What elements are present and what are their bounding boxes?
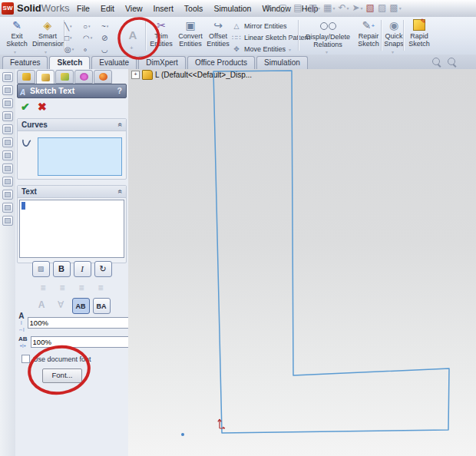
cancel-button[interactable]: ✖	[38, 101, 47, 113]
linear-pattern-caret-icon[interactable]: ▾	[289, 35, 291, 41]
view-toolbar-icon[interactable]	[2, 150, 13, 160]
view-toolbar-icon[interactable]	[2, 85, 13, 95]
menu-simulation[interactable]: Simulation	[213, 4, 251, 13]
point-plus-icon[interactable]: +	[130, 45, 134, 51]
new-document-icon[interactable]: ▢▾	[279, 2, 290, 13]
fillet-tool-icon[interactable]: ◡	[101, 44, 120, 55]
view-toolbar-icon[interactable]	[2, 72, 13, 82]
italic-button[interactable]: I	[74, 261, 91, 277]
save-icon[interactable]: ▥▾	[309, 2, 320, 13]
exit-sketch-caret-icon[interactable]: ▾	[14, 49, 16, 55]
sketch-text-tool-icon[interactable]: A	[124, 26, 142, 45]
view-toolbar-icon[interactable]	[2, 164, 13, 173]
display-manager-tab[interactable]	[94, 70, 112, 84]
offset-entities-icon: ↪	[206, 19, 230, 32]
align-center-icon[interactable]: ≡	[55, 281, 71, 295]
view-toolbar-icon[interactable]	[2, 190, 13, 200]
quick-access-toolbar: ▢▾ ▤▾ ▥▾ ▦▾ ↶▾ ➤▾ ▧ ▨ ▩▾	[279, 2, 402, 13]
tab-sketch[interactable]: Sketch	[49, 56, 90, 69]
rectangle-tool-icon[interactable]: □▾	[64, 32, 83, 44]
ok-button[interactable]: ✔	[21, 101, 30, 113]
zoom-in-icon[interactable]	[432, 58, 440, 65]
line-tool-icon[interactable]: ╲▾	[64, 21, 83, 32]
font-button[interactable]: Font...	[42, 368, 82, 383]
print-icon[interactable]: ▦▾	[323, 2, 335, 13]
view-toolbar-icon[interactable]	[2, 124, 13, 134]
feature-manager-tab[interactable]	[17, 70, 35, 84]
tab-evaluate[interactable]: Evaluate	[91, 56, 137, 69]
options-icon[interactable]: ▨	[378, 2, 386, 13]
property-manager-panel: A Sketch Text ? ✔ ✖ Curves « Text «	[15, 69, 130, 456]
point-tool-icon[interactable]: ∘	[83, 44, 101, 55]
view-toolbar-icon[interactable]	[2, 111, 13, 121]
menu-insert[interactable]: Insert	[154, 4, 174, 13]
rotate-text-button[interactable]: ↻	[94, 261, 112, 277]
convert-entities-button[interactable]: ▣ Convert Entities	[175, 19, 206, 48]
curve-selection-icon	[21, 137, 33, 150]
sketch-canvas[interactable]	[128, 69, 476, 456]
menu-tools[interactable]: Tools	[184, 4, 203, 13]
use-document-font-checkbox[interactable]	[21, 355, 30, 363]
open-icon[interactable]: ▤▾	[293, 2, 305, 13]
relations-caret-icon[interactable]: ▾	[326, 49, 328, 55]
exit-sketch-button[interactable]: ✎ Exit Sketch	[3, 19, 31, 48]
select-icon[interactable]: ➤▾	[352, 2, 363, 13]
bold-button[interactable]: B	[53, 261, 71, 277]
quick-snaps-button[interactable]: ◉ Quick Snaps	[383, 19, 405, 48]
display-delete-relations-button[interactable]: Display/Delete Relations	[301, 19, 355, 48]
zoom-box-icon[interactable]	[448, 58, 455, 65]
view-toolbar-icon[interactable]	[2, 177, 13, 187]
smart-dimension-button[interactable]: ◈ Smart Dimension	[32, 19, 63, 48]
tab-dimxpert[interactable]: DimXpert	[138, 56, 186, 69]
offset-entities-button[interactable]: ↪ Offset Entities	[206, 19, 230, 48]
collapse-chevron-icon[interactable]: «	[115, 190, 127, 194]
slot-tool-icon[interactable]: ◎▾	[64, 44, 83, 55]
link-to-property-button[interactable]: ▨	[32, 261, 50, 277]
dimxpert-manager-tab[interactable]	[74, 70, 93, 84]
solidworks-logo-icon: SW	[2, 2, 14, 15]
view-toolbar-icon[interactable]	[2, 137, 13, 147]
text-group-header[interactable]: Text «	[18, 186, 126, 198]
menu-edit[interactable]: Edit	[101, 4, 114, 13]
rapid-sketch-button[interactable]: ✎ Rapid Sketch	[405, 19, 433, 48]
view-toolbar-icon[interactable]	[2, 203, 13, 213]
tab-office-products[interactable]: Office Products	[187, 56, 255, 69]
smart-dimension-caret-icon[interactable]: ▾	[45, 49, 47, 55]
configuration-manager-tab[interactable]	[55, 70, 74, 84]
help-icon[interactable]: ?	[117, 84, 122, 97]
tab-simulation[interactable]: Simulation	[256, 56, 308, 69]
circle-tool-icon[interactable]: ○▾	[83, 21, 101, 32]
task-pane-icon[interactable]: ▩▾	[389, 2, 401, 13]
view-toolbar-icon[interactable]	[2, 98, 13, 108]
view-toolbar-icon[interactable]	[2, 216, 13, 226]
align-left-icon[interactable]: ≡	[35, 281, 51, 295]
text-input[interactable]	[19, 200, 124, 258]
menu-view[interactable]: View	[125, 4, 143, 13]
flip-vertical-icon[interactable]: A	[34, 298, 50, 314]
ellipse-tool-icon[interactable]: ⊘	[101, 32, 120, 44]
align-right-icon[interactable]: ≡	[74, 281, 90, 295]
graphics-viewport[interactable]: + L (Default<<Default>_Disp...	[128, 69, 476, 456]
quick-snaps-caret-icon[interactable]: ▾	[392, 49, 394, 55]
move-entities-caret-icon[interactable]: ▾	[289, 47, 291, 52]
arc-tool-icon[interactable]: ◠▾	[83, 32, 101, 44]
menu-file[interactable]: File	[77, 4, 90, 13]
curve-selection-box[interactable]	[38, 137, 122, 176]
collapse-chevron-icon[interactable]: «	[115, 123, 127, 127]
width-factor-input[interactable]	[28, 317, 134, 329]
undo-icon[interactable]: ↶▾	[338, 2, 349, 13]
sketch-point[interactable]	[181, 433, 184, 436]
align-justify-icon[interactable]: ≡	[93, 281, 109, 295]
spline-tool-icon[interactable]: ~▾	[101, 21, 120, 32]
spacing-input[interactable]	[31, 336, 137, 348]
text-direction-ltr-button[interactable]: AB	[72, 298, 90, 314]
repair-sketch-button[interactable]: ✎+ Repair Sketch	[355, 19, 382, 48]
sketch-outline[interactable]	[213, 71, 449, 433]
curves-group-header[interactable]: Curves «	[18, 119, 126, 131]
tab-features[interactable]: Features	[2, 56, 48, 69]
trim-entities-button[interactable]: ✂ Trim Entities	[148, 19, 174, 48]
flip-horizontal-icon[interactable]: ∀	[53, 298, 69, 314]
property-manager-tab[interactable]	[36, 70, 55, 84]
rebuild-icon[interactable]: ▧	[366, 2, 375, 13]
text-direction-rtl-button[interactable]: BA	[93, 298, 111, 314]
